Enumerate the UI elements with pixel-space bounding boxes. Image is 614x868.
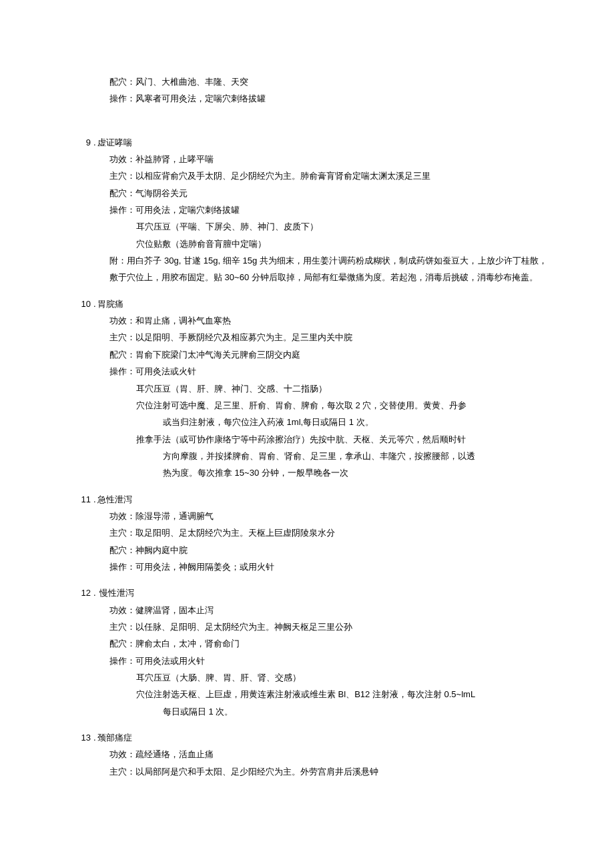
- field-value: 可用灸法或用火针: [135, 653, 547, 669]
- field-label: 操作：: [109, 201, 135, 218]
- sub-line: 耳穴压豆（平喘、下屏尖、肺、神门、皮质下）: [136, 218, 547, 235]
- field-value: 补益肺肾，止哮平喘: [135, 151, 547, 167]
- section-number: 12: [67, 584, 93, 601]
- section-heading: 10 . 胃脘痛: [67, 296, 547, 312]
- field-value: 以任脉、足阳明、足太阴经穴为主。神阙天枢足三里公孙: [135, 618, 547, 635]
- field-zhuxue: 主穴：以局部阿是穴和手太阳、足少阳经穴为主。外劳宫肩井后溪悬钟: [109, 763, 547, 780]
- section-title: 颈部痛症: [97, 729, 132, 746]
- field-label: 功效：: [109, 151, 135, 167]
- field-value: 脾俞太白，太冲，肾俞命门: [135, 635, 547, 652]
- sub-line: 穴位注射可选中魔、足三里、肝俞、胃俞、脾俞，每次取 2 穴，交替使用。黄黄、丹参: [136, 397, 547, 414]
- sub-line-cont: 方向摩腹，并按揉脾俞、胃俞、肾俞、足三里，拿承山、丰隆穴，按擦腰部，以透: [163, 448, 547, 464]
- field-label: 主穴：: [109, 618, 135, 635]
- field-value: 可用灸法，神阙用隔姜灸；或用火针: [135, 558, 547, 575]
- field-gongxiao: 功效：健脾温肾，固本止泻: [109, 602, 547, 618]
- section-title: 慢性泄泻: [99, 584, 134, 601]
- section-heading: 11 . 急性泄泻: [67, 491, 547, 508]
- field-label: 主穴：: [109, 763, 135, 780]
- field-peixue: 配穴：气海阴谷关元: [109, 185, 547, 201]
- sub-line: 推拿手法（或可协作康络宁等中药涂擦治疗）先按中肮、天枢、关元等穴，然后顺时针: [136, 431, 547, 448]
- sub-line-cont: 每日或隔日 1 次。: [163, 703, 547, 720]
- section-10: 10 . 胃脘痛 功效：和胃止痛，调补气血寒热 主穴：以足阳明、手厥阴经穴及相应…: [67, 296, 547, 482]
- section-12: 12 . 慢性泄泻 功效：健脾温肾，固本止泻 主穴：以任脉、足阳明、足太阴经穴为…: [67, 584, 547, 720]
- section-title: 急性泄泻: [97, 491, 132, 508]
- field-label: 配穴：: [109, 346, 135, 363]
- section-number: 11: [67, 491, 93, 508]
- field-value: 健脾温肾，固本止泻: [135, 602, 547, 618]
- field-value: 气海阴谷关元: [135, 185, 547, 201]
- sub-line: 穴位贴敷（选肺俞音肓膻中定喘）: [136, 236, 547, 252]
- section-13: 13 . 颈部痛症 功效：疏经通络，活血止痛 主穴：以局部阿是穴和手太阳、足少阳…: [67, 729, 547, 780]
- field-gongxiao: 功效：补益肺肾，止哮平喘: [109, 151, 547, 167]
- field-label: 主穴：: [109, 524, 135, 541]
- section-9: 9 . 虚证哮喘 功效：补益肺肾，止哮平喘 主穴：以相应背俞穴及手太阴、足少阴经…: [67, 134, 547, 286]
- field-label: 操作：: [109, 363, 135, 380]
- sub-line: 穴位注射选天枢、上巨虚，用黄连素注射液或维生素 Bl、B12 注射液，每次注射 …: [136, 686, 547, 703]
- field-caozuo: 操作：可用灸法或用火针: [109, 653, 547, 669]
- field-caozuo: 操作：可用灸法，定喘穴刺络拔罐: [109, 201, 547, 218]
- field-value: 胃俞下脘梁门太冲气海关元脾俞三阴交内庭: [135, 346, 547, 363]
- field-zhuxue: 主穴：以相应背俞穴及手太阴、足少阴经穴为主。肺俞膏肓肾俞定喘太渊太溪足三里: [109, 167, 547, 184]
- field-label: 配穴：: [109, 185, 135, 201]
- intro-block: 配穴：风门、大椎曲池、丰隆、天突 操作：风寒者可用灸法，定喘穴刺络拔罐: [67, 73, 547, 107]
- field-value: 除湿导滞，通调腑气: [135, 508, 547, 524]
- field-gongxiao: 功效：疏经通络，活血止痛: [109, 746, 547, 763]
- sub-line-cont: 或当归注射液，每穴位注入药液 1ml,每日或隔日 1 次。: [163, 414, 547, 430]
- field-gongxiao: 功效：除湿导滞，通调腑气: [109, 508, 547, 524]
- field-label: 操作：: [109, 558, 135, 575]
- section-11: 11 . 急性泄泻 功效：除湿导滞，通调腑气 主穴：取足阳明、足太阴经穴为主。天…: [67, 491, 547, 576]
- field-value: 以相应背俞穴及手太阴、足少阴经穴为主。肺俞膏肓肾俞定喘太渊太溪足三里: [135, 167, 547, 184]
- field-zhuxue: 主穴：取足阳明、足太阴经穴为主。天枢上巨虚阴陵泉水分: [109, 524, 547, 541]
- section-dot: .: [93, 584, 99, 601]
- section-number: 9: [67, 134, 93, 151]
- field-value: 可用灸法，定喘穴刺络拔罐: [135, 201, 547, 218]
- field-zhuxue: 主穴：以足阳明、手厥阴经穴及相应募穴为主。足三里内关中脘: [109, 329, 547, 346]
- field-label: 操作：: [109, 653, 135, 669]
- field-label: 主穴：: [109, 329, 135, 346]
- section-heading: 12 . 慢性泄泻: [67, 584, 547, 601]
- appendix-note: 附：用白芥子 30g, 甘遂 15g, 细辛 15g 共为细末，用生姜汁调药粉成…: [109, 252, 547, 286]
- section-heading: 9 . 虚证哮喘: [67, 134, 547, 151]
- field-caozuo: 操作：可用灸法，神阙用隔姜灸；或用火针: [109, 558, 547, 575]
- field-peixue: 配穴：神阙内庭中脘: [109, 542, 547, 558]
- section-number: 10: [67, 296, 93, 312]
- field-label: 功效：: [109, 602, 135, 618]
- field-caozuo: 操作：可用灸法或火针: [109, 363, 547, 380]
- section-title: 虚证哮喘: [97, 134, 132, 151]
- field-label: 功效：: [109, 312, 135, 329]
- field-gongxiao: 功效：和胃止痛，调补气血寒热: [109, 312, 547, 329]
- field-peixue: 配穴：脾俞太白，太冲，肾俞命门: [109, 635, 547, 652]
- field-value: 疏经通络，活血止痛: [135, 746, 547, 763]
- field-label: 主穴：: [109, 167, 135, 184]
- field-peixue: 配穴：胃俞下脘梁门太冲气海关元脾俞三阴交内庭: [109, 346, 547, 363]
- field-label: 配穴：: [109, 635, 135, 652]
- field-value: 以足阳明、手厥阴经穴及相应募穴为主。足三里内关中脘: [135, 329, 547, 346]
- intro-peixue: 配穴：风门、大椎曲池、丰隆、天突: [109, 73, 547, 90]
- section-title: 胃脘痛: [97, 296, 123, 312]
- document-page: 配穴：风门、大椎曲池、丰隆、天突 操作：风寒者可用灸法，定喘穴刺络拔罐 9 . …: [0, 0, 614, 868]
- text-line: 操作：风寒者可用灸法，定喘穴刺络拔罐: [109, 90, 266, 107]
- field-label: 配穴：: [109, 542, 135, 558]
- field-zhuxue: 主穴：以任脉、足阳明、足太阴经穴为主。神阙天枢足三里公孙: [109, 618, 547, 635]
- field-value: 以局部阿是穴和手太阳、足少阳经穴为主。外劳宫肩井后溪悬钟: [135, 763, 547, 780]
- field-value: 取足阳明、足太阴经穴为主。天枢上巨虚阴陵泉水分: [135, 524, 547, 541]
- sub-line: 耳穴压豆（胃、肝、脾、神门、交感、十二指肠）: [136, 380, 547, 397]
- sub-line: 耳穴压豆（大肠、脾、胃、肝、肾、交感）: [136, 669, 547, 686]
- field-value: 和胃止痛，调补气血寒热: [135, 312, 547, 329]
- text-line: 配穴：风门、大椎曲池、丰隆、天突: [109, 73, 248, 90]
- field-label: 功效：: [109, 508, 135, 524]
- field-value: 可用灸法或火针: [135, 363, 547, 380]
- intro-caozuo: 操作：风寒者可用灸法，定喘穴刺络拔罐: [109, 90, 547, 107]
- section-heading: 13 . 颈部痛症: [67, 729, 547, 746]
- field-value: 神阙内庭中脘: [135, 542, 547, 558]
- field-label: 功效：: [109, 746, 135, 763]
- sub-line-cont: 热为度。每次推拿 15~30 分钟，一般早晚各一次: [163, 464, 547, 481]
- section-number: 13: [67, 729, 93, 746]
